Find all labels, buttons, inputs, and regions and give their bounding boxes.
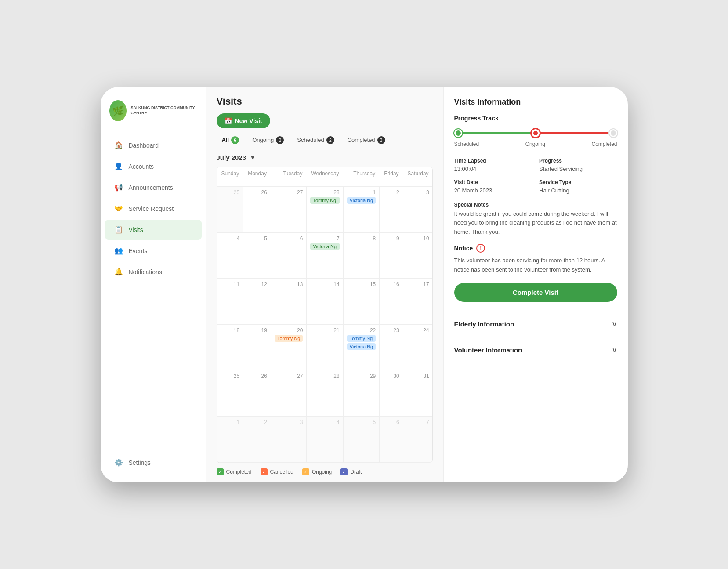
cell-date: 22 bbox=[370, 327, 376, 333]
calendar-cell[interactable]: 24 bbox=[403, 325, 433, 371]
visits-header: Visits 📅 New Visit All 6 Ongoing 2 Sched… bbox=[206, 87, 443, 147]
new-visit-label: New Visit bbox=[235, 117, 262, 124]
complete-visit-button[interactable]: Complete Visit bbox=[454, 283, 617, 302]
calendar-cell[interactable]: 28 bbox=[307, 370, 343, 417]
cell-date: 8 bbox=[373, 236, 376, 242]
step-ongoing-dot bbox=[532, 129, 540, 137]
volunteer-info-header[interactable]: Volunteer Information ∨ bbox=[454, 345, 617, 355]
elderly-info-header[interactable]: Elderly Information ∨ bbox=[454, 319, 617, 329]
cell-date: 26 bbox=[261, 373, 267, 379]
calendar-cell[interactable]: 25 bbox=[217, 370, 244, 417]
calendar-cell[interactable]: 30 bbox=[380, 370, 403, 417]
cell-date: 28 bbox=[333, 189, 339, 196]
calendar-cell[interactable]: 23 bbox=[380, 325, 403, 371]
elderly-chevron-icon: ∨ bbox=[612, 319, 617, 329]
notifications-icon: 🔔 bbox=[114, 267, 123, 277]
tab-label: Completed bbox=[348, 137, 375, 143]
calendar-cell[interactable]: 13 bbox=[271, 279, 307, 325]
sidebar-item-service-request[interactable]: 🤝 Service Request bbox=[105, 199, 202, 219]
calendar-cell[interactable]: 12 bbox=[243, 279, 271, 325]
calendar-cell[interactable]: 26 bbox=[243, 187, 271, 233]
calendar-event[interactable]: Tommy Ng bbox=[275, 335, 303, 342]
tab-completed[interactable]: Completed 3 bbox=[342, 134, 391, 147]
visit-date-label: Visit Date bbox=[454, 179, 532, 185]
sidebar-item-visits[interactable]: 📋 Visits bbox=[105, 220, 202, 240]
calendar-cell[interactable]: 19 bbox=[243, 325, 271, 371]
calendar-cell[interactable]: 6 bbox=[271, 233, 307, 279]
calendar-cell[interactable]: 6 bbox=[380, 417, 403, 463]
calendar-cell[interactable]: 2 bbox=[380, 187, 403, 233]
calendar-cell[interactable]: 20Tommy Ng bbox=[271, 325, 307, 371]
volunteer-info-accordion: Volunteer Information ∨ bbox=[454, 337, 617, 362]
cell-date: 5 bbox=[264, 236, 267, 242]
calendar-cell[interactable]: 7Victoria Ng bbox=[307, 233, 343, 279]
calendar-cell[interactable]: 7 bbox=[403, 417, 433, 463]
volunteer-chevron-icon: ∨ bbox=[612, 345, 617, 355]
calendar-event[interactable]: Tommy Ng bbox=[310, 197, 339, 204]
calendar-cell[interactable]: 17 bbox=[403, 279, 433, 325]
calendar-cell[interactable]: 5 bbox=[243, 233, 271, 279]
calendar-cell[interactable]: 15 bbox=[344, 279, 380, 325]
cell-date: 4 bbox=[337, 419, 340, 425]
tab-badge: 3 bbox=[377, 136, 385, 144]
tab-ongoing[interactable]: Ongoing 2 bbox=[247, 134, 289, 147]
sidebar-item-notifications[interactable]: 🔔 Notifications bbox=[105, 262, 202, 282]
panel-title: Visits Information bbox=[454, 98, 617, 107]
calendar-event[interactable]: Victoria Ng bbox=[347, 343, 376, 350]
elderly-info-title: Elderly Information bbox=[454, 320, 514, 328]
step-ongoing-label: Ongoing bbox=[525, 141, 545, 147]
sidebar-item-settings[interactable]: ⚙️ Settings bbox=[105, 453, 202, 473]
progress-label: Progress Track bbox=[454, 115, 617, 122]
cell-date: 28 bbox=[333, 373, 339, 379]
calendar-event[interactable]: Victoria Ng bbox=[347, 197, 376, 204]
calendar-cell[interactable]: 14 bbox=[307, 279, 343, 325]
cell-date: 7 bbox=[426, 419, 429, 425]
calendar-cell[interactable]: 8 bbox=[344, 233, 380, 279]
sidebar-item-events[interactable]: 👥 Events bbox=[105, 241, 202, 261]
calendar-cell[interactable]: 18 bbox=[217, 325, 244, 371]
tab-badge: 2 bbox=[326, 136, 334, 144]
calendar-cell[interactable]: 11 bbox=[217, 279, 244, 325]
sidebar-item-accounts[interactable]: 👤 Accounts bbox=[105, 156, 202, 177]
notice-row: Notice ! bbox=[454, 244, 617, 253]
calendar-cell[interactable]: 10 bbox=[403, 233, 433, 279]
calendar-cell[interactable]: 22Tommy NgVictoria Ng bbox=[344, 325, 380, 371]
calendar-container: July 2023 ▼ Sunday Monday Tuesday Wednes… bbox=[206, 147, 443, 482]
sidebar-item-label-accounts: Accounts bbox=[129, 163, 154, 170]
calendar-cell[interactable]: 9 bbox=[380, 233, 403, 279]
calendar-cell[interactable]: 31 bbox=[403, 370, 433, 417]
calendar-cell[interactable]: 1Victoria Ng bbox=[344, 187, 380, 233]
month-prev-arrow[interactable]: ▼ bbox=[250, 154, 256, 161]
cell-date: 7 bbox=[337, 236, 340, 242]
legend-icon: ✓ bbox=[261, 468, 268, 475]
calendar-cell[interactable]: 5 bbox=[344, 417, 380, 463]
new-visit-button[interactable]: 📅 New Visit bbox=[217, 113, 270, 128]
calendar-cell[interactable]: 29 bbox=[344, 370, 380, 417]
service-request-icon: 🤝 bbox=[114, 204, 123, 214]
tab-scheduled[interactable]: Scheduled 2 bbox=[292, 134, 339, 147]
step-scheduled-dot bbox=[454, 129, 462, 137]
calendar-cell[interactable]: 2 bbox=[243, 417, 271, 463]
calendar-cell[interactable]: 3 bbox=[271, 417, 307, 463]
sidebar-item-label-notifications: Notifications bbox=[129, 268, 162, 275]
calendar-cell[interactable]: 3 bbox=[403, 187, 433, 233]
calendar-event[interactable]: Tommy Ng bbox=[347, 335, 376, 342]
cell-date: 19 bbox=[261, 327, 267, 333]
tab-all[interactable]: All 6 bbox=[217, 134, 245, 147]
calendar-cell[interactable]: 1 bbox=[217, 417, 244, 463]
calendar-cell[interactable]: 26 bbox=[243, 370, 271, 417]
calendar-cell[interactable]: 16 bbox=[380, 279, 403, 325]
sidebar-item-dashboard[interactable]: 🏠 Dashboard bbox=[105, 135, 202, 156]
cell-date: 20 bbox=[297, 327, 303, 333]
calendar-cell[interactable]: 27 bbox=[271, 187, 307, 233]
sidebar-item-announcements[interactable]: 📢 Announcements bbox=[105, 178, 202, 198]
dot-inner bbox=[533, 131, 538, 135]
tab-label: All bbox=[222, 137, 229, 143]
calendar-cell[interactable]: 4 bbox=[307, 417, 343, 463]
calendar-cell[interactable]: 21 bbox=[307, 325, 343, 371]
calendar-cell[interactable]: 27 bbox=[271, 370, 307, 417]
calendar-cell[interactable]: 25 bbox=[217, 187, 244, 233]
calendar-cell[interactable]: 28Tommy Ng bbox=[307, 187, 343, 233]
calendar-event[interactable]: Victoria Ng bbox=[310, 243, 339, 250]
calendar-cell[interactable]: 4 bbox=[217, 233, 244, 279]
